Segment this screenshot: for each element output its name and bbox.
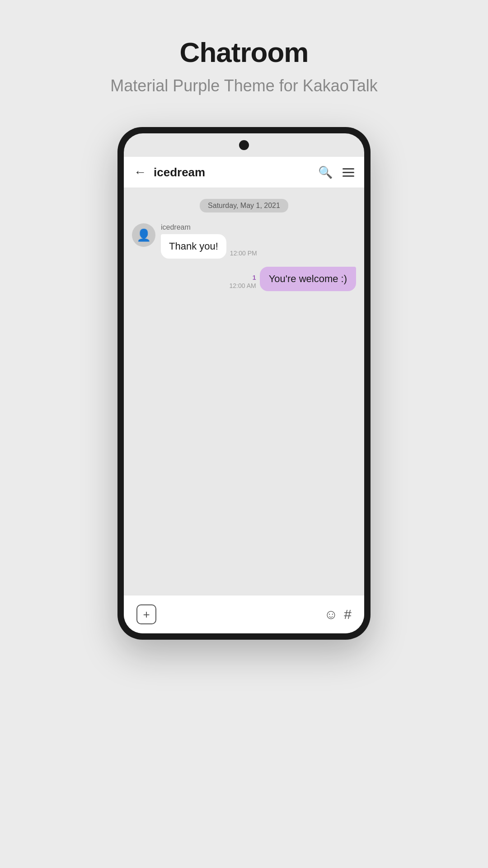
add-button[interactable]: + [136,604,156,624]
chat-header: ← icedream 🔍 [124,157,364,188]
chat-body: Saturday, May 1, 2021 👤 icedream Thank y… [124,188,364,595]
incoming-bubble: Thank you! [161,234,226,259]
back-button[interactable]: ← [134,165,146,179]
outgoing-bubble: You're welcome :) [260,267,356,291]
sender-name: icedream [161,223,257,231]
chat-contact-name: icedream [154,165,318,179]
camera-cutout [239,140,249,150]
date-separator: Saturday, May 1, 2021 [132,199,356,212]
message-content: icedream Thank you! 12:00 PM [161,223,257,259]
avatar-icon: 👤 [136,228,151,242]
search-icon[interactable]: 🔍 [318,165,333,179]
page-subtitle: Material Purple Theme for KakaoTalk [110,76,378,95]
menu-line-3 [343,175,354,177]
message-row-incoming: 👤 icedream Thank you! 12:00 PM [132,223,356,259]
phone-screen: ← icedream 🔍 Saturday, May 1, 2021 👤 [124,157,364,633]
hashtag-button[interactable]: # [344,607,352,622]
phone-notch [124,133,364,157]
outgoing-meta: 1 12:00 AM [229,274,256,291]
chat-toolbar: + ☺ # [124,595,364,633]
menu-line-2 [343,172,354,173]
emoji-button[interactable]: ☺ [324,607,338,622]
avatar: 👤 [132,223,155,247]
message-time-incoming: 12:00 PM [230,250,257,257]
header-actions: 🔍 [318,165,354,179]
menu-icon[interactable] [343,168,354,177]
menu-line-1 [343,168,354,170]
unread-count: 1 [253,274,256,281]
bubble-row: Thank you! 12:00 PM [161,234,257,259]
phone-frame: ← icedream 🔍 Saturday, May 1, 2021 👤 [117,127,371,640]
message-time-outgoing: 12:00 AM [229,282,256,289]
message-row-outgoing: 1 12:00 AM You're welcome :) [132,267,356,291]
date-label: Saturday, May 1, 2021 [200,199,288,212]
page-title: Chatroom [180,36,309,68]
